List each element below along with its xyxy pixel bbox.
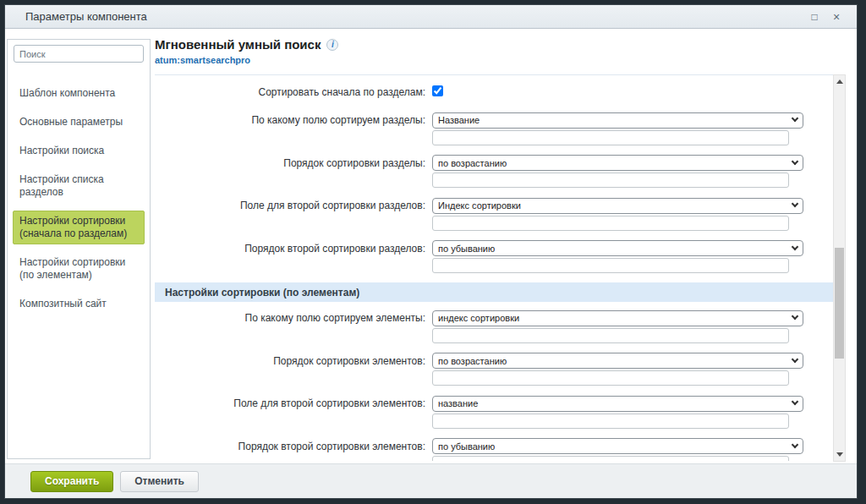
field-select[interactable]: по убыванию <box>432 438 803 454</box>
sidebar: Шаблон компонентаОсновные параметрыНастр… <box>7 39 151 459</box>
cancel-button[interactable]: Отменить <box>120 471 199 492</box>
sidebar-item[interactable]: Шаблон компонента <box>13 83 145 104</box>
scroll-down-icon[interactable] <box>836 452 843 457</box>
sidebar-item[interactable]: Настройки списка разделов <box>13 169 145 203</box>
checkbox-row: Сортировать сначала по разделам: <box>155 84 833 100</box>
info-icon[interactable]: i <box>326 39 338 51</box>
page-title: Мгновенный умный поиск <box>155 37 321 52</box>
field-label: Порядок второй сортировки разделов: <box>155 240 432 274</box>
parameters-form: Сортировать сначала по разделам: По како… <box>155 74 833 461</box>
sidebar-nav: Шаблон компонентаОсновные параметрыНастр… <box>8 83 150 315</box>
dialog-footer: Сохранить Отменить <box>5 463 857 498</box>
search-wrap <box>8 40 150 63</box>
field-label: Сортировать сначала по разделам: <box>155 84 432 100</box>
field-label: Порядок второй сортировки элементов: <box>155 438 432 462</box>
scrollbar-thumb[interactable] <box>835 248 844 359</box>
form-row: Порядок сортировки разделы: по возрастан… <box>155 155 833 189</box>
sidebar-item[interactable]: Композитный сайт <box>13 293 145 315</box>
field-extra-input[interactable] <box>432 414 789 429</box>
field-extra-input[interactable] <box>432 130 789 145</box>
search-input[interactable] <box>14 45 144 63</box>
field-select[interactable]: Название <box>432 112 803 129</box>
field-label: По какому полю сортируем разделы: <box>155 112 432 145</box>
component-id-link[interactable]: atum:smartsearchpro <box>155 55 250 65</box>
form-row: По какому полю сортируем разделы: Назван… <box>155 112 833 145</box>
sidebar-item[interactable]: Настройки поиска <box>13 140 145 162</box>
form-groups: По какому полю сортируем разделы: Назван… <box>155 112 833 461</box>
save-button[interactable]: Сохранить <box>30 471 113 492</box>
field-select[interactable]: по убыванию <box>432 240 803 256</box>
field-label: Порядок сортировки элементов: <box>155 353 432 386</box>
component-parameters-dialog: Параметры компонента □ × Шаблон компонен… <box>5 5 857 498</box>
field-label: Порядок сортировки разделы: <box>155 155 432 189</box>
maximize-icon[interactable]: □ <box>808 10 821 24</box>
form-row: Порядок второй сортировки разделов: по у… <box>155 240 833 274</box>
form-row: Порядок второй сортировки элементов: по … <box>155 438 833 462</box>
dialog-titlebar[interactable]: Параметры компонента □ × <box>5 5 857 29</box>
screen-background: Параметры компонента □ × Шаблон компонен… <box>0 0 866 504</box>
form-row: По какому полю сортируем элементы: индек… <box>155 310 833 343</box>
field-extra-input[interactable] <box>432 328 789 343</box>
field-extra-input[interactable] <box>432 173 789 188</box>
field-select[interactable]: индекс сортировки <box>432 310 803 326</box>
sidebar-item[interactable]: Основные параметры <box>13 112 145 133</box>
section-header: Настройки сортировки (по элементам) <box>155 282 833 302</box>
form-row: Поле для второй сортировки разделов: Инд… <box>155 197 833 231</box>
field-select[interactable]: название <box>432 396 803 412</box>
scroll-up-icon[interactable] <box>836 79 843 84</box>
field-label: Поле для второй сортировки элементов: <box>155 395 432 429</box>
sort-by-sections-checkbox[interactable] <box>432 85 443 96</box>
close-icon[interactable]: × <box>830 10 843 24</box>
main-header: Мгновенный умный поиск i atum:smartsearc… <box>155 37 844 67</box>
field-extra-input[interactable] <box>432 370 789 386</box>
sidebar-item[interactable]: Настройки сортировки (сначала по раздела… <box>13 211 145 244</box>
field-label: Поле для второй сортировки разделов: <box>155 197 432 231</box>
sidebar-item[interactable]: Настройки сортировки (по элементам) <box>13 252 145 286</box>
field-select[interactable]: по возрастанию <box>432 353 803 369</box>
dialog-title: Параметры компонента <box>5 10 147 23</box>
field-extra-input[interactable] <box>432 258 789 273</box>
field-extra-input[interactable] <box>432 216 789 231</box>
field-label: По какому полю сортируем элементы: <box>155 310 432 343</box>
window-controls: □ × <box>808 10 857 24</box>
form-row: Порядок сортировки элементов: по возраст… <box>155 353 833 386</box>
field-extra-input[interactable] <box>432 456 789 461</box>
form-row: Поле для второй сортировки элементов: на… <box>155 395 833 429</box>
vertical-scrollbar[interactable] <box>833 74 846 462</box>
field-select[interactable]: по возрастанию <box>432 155 803 171</box>
field-select[interactable]: Индекс сортировки <box>432 198 803 214</box>
